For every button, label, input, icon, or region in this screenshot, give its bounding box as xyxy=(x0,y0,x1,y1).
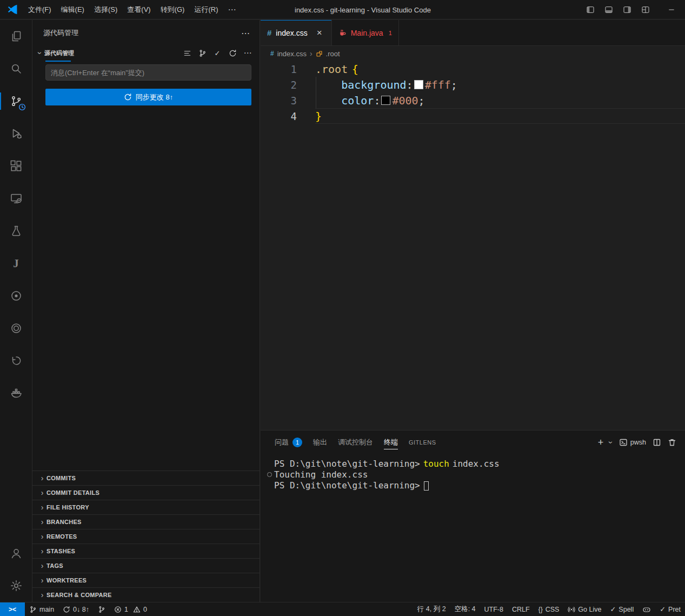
sidebar-section-tags[interactable]: ›TAGS xyxy=(32,558,260,573)
commit-check-icon[interactable]: ✓ xyxy=(213,49,222,57)
target-icon xyxy=(10,322,23,335)
activity-extensions[interactable] xyxy=(0,150,32,182)
status-encoding[interactable]: UTF-8 xyxy=(480,602,508,616)
prompt: PS D:\git\note\git-learning> xyxy=(274,480,420,491)
split-terminal-icon[interactable] xyxy=(653,438,661,447)
activity-docker[interactable] xyxy=(0,377,32,409)
menu-selection[interactable]: 选择(S) xyxy=(89,3,122,17)
menu-more-icon[interactable]: ⋯ xyxy=(223,3,241,17)
menu-run[interactable]: 运行(R) xyxy=(189,3,223,17)
menu-edit[interactable]: 编辑(E) xyxy=(56,3,89,17)
panel-tab-gitlens[interactable]: GITLENS xyxy=(403,430,442,454)
view-as-list-icon[interactable] xyxy=(183,49,191,57)
braces-icon: {} xyxy=(538,606,543,613)
sidebar-section-commits[interactable]: ›COMMITS xyxy=(32,471,260,485)
css-property: color xyxy=(341,94,374,107)
toggle-secondary-sidebar-icon[interactable] xyxy=(619,2,635,17)
toggle-panel-icon[interactable] xyxy=(601,2,617,17)
status-branch[interactable]: main xyxy=(25,602,58,616)
activity-jupyter[interactable]: J xyxy=(0,247,32,280)
line-number: 1 xyxy=(261,63,315,75)
css-file-icon: # xyxy=(267,28,271,37)
status-cursor-position[interactable]: 行 4, 列 2 xyxy=(413,602,450,616)
prompt: PS D:\git\note\git-learning> xyxy=(274,459,420,469)
activity-accounts[interactable] xyxy=(0,537,32,569)
status-eol[interactable]: CRLF xyxy=(508,602,534,616)
go-live-button[interactable]: Go Live xyxy=(563,602,606,616)
commit-message-input[interactable] xyxy=(45,64,251,81)
customize-layout-icon[interactable] xyxy=(637,2,654,17)
activity-target[interactable] xyxy=(0,312,32,345)
pwsh-terminal-icon xyxy=(619,438,628,447)
new-terminal-icon[interactable]: + xyxy=(598,437,604,448)
command-decoration-icon[interactable] xyxy=(267,472,272,477)
sidebar-section-stashes[interactable]: ›STASHES xyxy=(32,544,260,558)
activity-search[interactable] xyxy=(0,52,32,85)
close-icon[interactable]: × xyxy=(314,28,325,38)
code-editor[interactable]: 1 .root{ 2 background:#fff; 3 color:#000… xyxy=(261,61,685,430)
sync-changes-button[interactable]: 同步更改 8↑ xyxy=(45,89,251,105)
code-line-1[interactable]: 1 .root{ xyxy=(261,61,685,77)
more-actions-icon[interactable]: ⋯ xyxy=(241,28,250,38)
panel-tab-output[interactable]: 输出 xyxy=(308,430,332,454)
tab-index-css[interactable]: # index.css × xyxy=(261,20,332,45)
title-bar: 文件(F) 编辑(E) 选择(S) 查看(V) 转到(G) 运行(R) ⋯ in… xyxy=(0,0,685,19)
sidebar-section-branches[interactable]: ›BRANCHES xyxy=(32,514,260,529)
menu-view[interactable]: 查看(V) xyxy=(122,3,155,17)
color-swatch-white[interactable] xyxy=(414,80,423,89)
status-language[interactable]: {}CSS xyxy=(534,602,564,616)
sidebar-section-search-compare[interactable]: ›SEARCH & COMPARE xyxy=(32,587,260,602)
kill-terminal-trash-icon[interactable] xyxy=(668,438,676,447)
refresh-icon[interactable] xyxy=(228,49,237,57)
search-icon xyxy=(10,62,23,75)
status-problems[interactable]: 1 0 xyxy=(110,602,151,616)
more-actions-icon[interactable]: ⋯ xyxy=(243,49,252,57)
activity-source-control[interactable] xyxy=(0,85,32,117)
status-indentation[interactable]: 空格: 4 xyxy=(450,602,480,616)
code-line-4[interactable]: 4 } xyxy=(261,108,685,124)
copilot-button[interactable] xyxy=(638,602,655,616)
terminal-output[interactable]: PS D:\git\note\git-learning>touchindex.c… xyxy=(261,454,685,491)
code-line-3[interactable]: 3 color:#000; xyxy=(261,92,685,108)
close-brace: } xyxy=(315,110,322,123)
activity-explorer[interactable] xyxy=(0,20,32,52)
remote-indicator[interactable]: >< xyxy=(0,602,25,616)
commit-graph-icon[interactable] xyxy=(198,49,207,57)
activity-history[interactable] xyxy=(0,345,32,377)
status-sync[interactable]: 0↓ 8↑ xyxy=(58,602,94,616)
activity-run-debug[interactable] xyxy=(0,117,32,150)
minimize-icon[interactable] xyxy=(663,2,680,17)
color-swatch-black[interactable] xyxy=(381,96,390,105)
toggle-primary-sidebar-icon[interactable] xyxy=(582,2,598,17)
prettier-status[interactable]: ✓Pret xyxy=(655,602,685,616)
menu-goto[interactable]: 转到(G) xyxy=(156,3,190,17)
line-number: 2 xyxy=(261,79,315,91)
terminal-dropdown-icon[interactable]: › xyxy=(610,438,613,447)
activity-remote-explorer[interactable] xyxy=(0,182,32,215)
breadcrumb-file[interactable]: index.css xyxy=(277,50,307,58)
terminal-instance-pwsh[interactable]: pwsh xyxy=(619,438,646,447)
sidebar-section-file-history[interactable]: ›FILE HISTORY xyxy=(32,500,260,514)
panel-tab-problems[interactable]: 问题 1 xyxy=(269,430,308,454)
activity-gitlens[interactable] xyxy=(0,280,32,312)
breadcrumb-symbol[interactable]: .root xyxy=(326,50,340,58)
panel-tab-terminal[interactable]: 终端 xyxy=(378,430,403,454)
menu-file[interactable]: 文件(F) xyxy=(23,3,56,17)
tab-main-java[interactable]: Main.java 1 xyxy=(332,20,399,45)
colon: : xyxy=(407,78,413,91)
panel-tab-debug-console[interactable]: 调试控制台 xyxy=(332,430,378,454)
history-arrow-icon xyxy=(10,354,23,367)
scm-section-header[interactable]: › 源代码管理 ✓ ⋯ xyxy=(32,46,260,60)
sidebar-section-remotes[interactable]: ›REMOTES xyxy=(32,529,260,544)
activity-testing[interactable] xyxy=(0,215,32,247)
sidebar-section-worktrees[interactable]: ›WORKTREES xyxy=(32,573,260,587)
activity-settings[interactable] xyxy=(0,569,32,602)
chevron-right-icon: › xyxy=(38,518,46,526)
sidebar-section-commit-details[interactable]: ›COMMIT DETAILS xyxy=(32,485,260,500)
css-value: #fff xyxy=(425,78,451,91)
commit-graph-button[interactable] xyxy=(94,602,110,616)
code-line-2[interactable]: 2 background:#fff; xyxy=(261,77,685,92)
sidebar-header: 源代码管理 ⋯ xyxy=(32,20,260,46)
sidebar-title: 源代码管理 xyxy=(43,28,78,38)
spell-checker-status[interactable]: ✓Spell xyxy=(606,602,638,616)
